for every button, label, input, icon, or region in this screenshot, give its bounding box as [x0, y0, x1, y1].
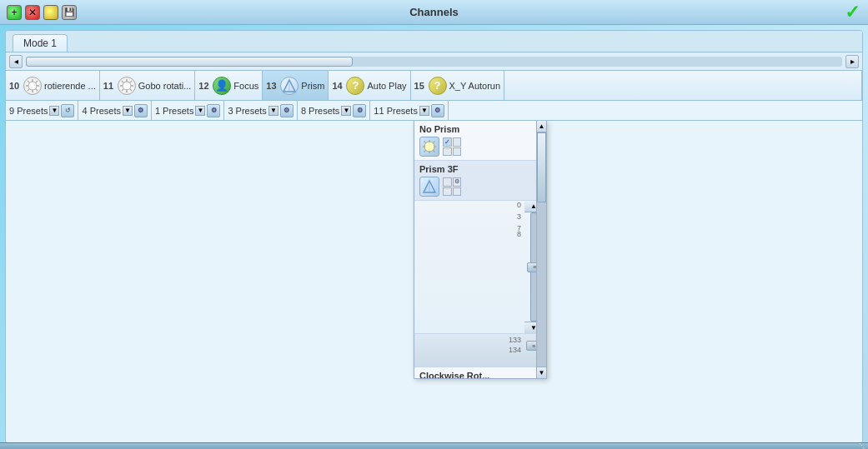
starburst-icon-11 — [118, 77, 136, 95]
svg-line-28 — [424, 150, 426, 152]
channel-label-12: Focus — [233, 81, 258, 91]
popup-item-no-prism[interactable]: No Prism — [414, 121, 546, 161]
preset-label-2: 1 Presets — [155, 106, 193, 116]
title-bar: + ✕ 💾 Channels ✓ — [0, 0, 868, 25]
scale-0: 0 — [517, 201, 521, 209]
preset-label-4: 8 Presets — [301, 106, 339, 116]
preset-settings-5[interactable]: ⚙ — [431, 104, 444, 117]
close-button[interactable]: ✕ — [25, 5, 40, 20]
popup-scrollbar-thumb[interactable] — [537, 132, 546, 202]
horizontal-scrollbar[interactable] — [26, 57, 842, 67]
preset-arrow-4[interactable]: ▼ — [341, 106, 351, 116]
scroll-left-arrow[interactable]: ◂ — [9, 55, 23, 68]
scale-3: 3 — [517, 212, 521, 221]
channel-num-11: 11 — [103, 81, 115, 91]
channel-label-13: Prism — [301, 81, 324, 91]
popup-item-prism3f[interactable]: Prism 3F ⚙ — [414, 161, 546, 201]
preset-settings-4[interactable]: ⚙ — [353, 104, 366, 117]
svg-line-16 — [129, 81, 132, 83]
preset-item-5: 11 Presets ▼ ⚙ — [370, 101, 449, 120]
question-icon-14: ? — [346, 77, 364, 95]
channel-num-10: 10 — [9, 81, 21, 91]
channel-label-14: Auto Play — [367, 81, 406, 91]
popup-scroll-area: No Prism — [414, 121, 546, 378]
scroll-nav: ◂ ▸ — [6, 52, 862, 71]
popup-scroll-down[interactable]: ▼ — [537, 367, 546, 378]
no-prism-icon — [419, 137, 439, 157]
preset-arrow-1[interactable]: ▼ — [123, 106, 133, 116]
preset-item-2: 1 Presets ▼ ⚙ — [152, 101, 224, 120]
channel-label-10: rotierende ... — [44, 81, 96, 91]
scale-133: 133 — [509, 336, 521, 344]
channel-item-10[interactable]: 10 rotierende ... — [6, 71, 100, 100]
popup-item-controls-1: ⚙ — [419, 177, 541, 197]
starburst-icon-10 — [23, 77, 42, 95]
preset-settings-1[interactable]: ⚙ — [134, 104, 148, 117]
window-title: Channels — [409, 6, 459, 18]
popup-selected-area: 133 134 ≡ 70 — [414, 334, 546, 367]
preset-item-4: 8 Presets ▼ ⚙ — [298, 101, 370, 120]
tab-mode1[interactable]: Mode 1 — [13, 34, 68, 52]
prism3f-icon — [419, 177, 439, 197]
preset-item-0: 9 Presets ▼ ↺ — [6, 101, 78, 120]
content-area: No Prism — [6, 121, 862, 443]
minimize-button[interactable] — [43, 5, 58, 20]
svg-line-15 — [129, 88, 132, 91]
preset-settings-2[interactable]: ⚙ — [207, 104, 220, 117]
channel-item-15[interactable]: 15 ? X_Y Autorun — [411, 71, 505, 100]
scale-8: 8 — [517, 230, 521, 238]
popup-scroll-up[interactable]: ▲ — [537, 121, 546, 132]
channel-item-11[interactable]: 11 Gobo rotati... — [100, 71, 196, 100]
channel-num-14: 14 — [332, 81, 344, 91]
main-window: Mode 1 ◂ ▸ 10 — [5, 30, 863, 444]
popup-item-title-no-prism: No Prism — [419, 124, 541, 134]
svg-line-7 — [36, 81, 38, 83]
channel-num-15: 15 — [414, 81, 426, 91]
title-bar-buttons: + ✕ 💾 — [7, 5, 77, 20]
preset-arrow-5[interactable]: ▼ — [419, 106, 429, 116]
channels-row: 10 rotierende ... 11 — [6, 71, 862, 101]
svg-line-6 — [36, 88, 38, 91]
preset-label-5: 11 Presets — [374, 106, 418, 116]
prism3f-grid: ⚙ — [443, 177, 461, 196]
channel-item-14[interactable]: 14 ? Auto Play — [329, 71, 410, 100]
preset-item-3: 3 Presets ▼ ⚙ — [224, 101, 297, 120]
channel-item-13[interactable]: 13 Prism — [263, 71, 329, 100]
preset-settings-3[interactable]: ⚙ — [280, 104, 294, 117]
resize-handle[interactable]: ⋱ — [859, 442, 865, 449]
svg-line-25 — [424, 142, 426, 143]
svg-line-26 — [433, 150, 434, 152]
preset-label-0: 9 Presets — [9, 106, 48, 116]
popup-scrollbar-track — [537, 132, 546, 367]
scroll-right-arrow[interactable]: ▸ — [845, 55, 859, 68]
add-button[interactable]: + — [7, 5, 22, 20]
scale-134: 134 — [509, 346, 521, 354]
popup-item-title-clockwise: Clockwise Rot... — [419, 371, 541, 378]
preset-arrow-3[interactable]: ▼ — [268, 106, 278, 116]
tab-bar: Mode 1 — [6, 31, 862, 52]
preset-arrow-0[interactable]: ▼ — [49, 106, 59, 116]
preset-label-3: 3 Presets — [228, 106, 266, 116]
prism-icon-13 — [280, 77, 299, 95]
confirm-icon[interactable]: ✓ — [845, 2, 860, 23]
svg-line-8 — [28, 88, 30, 91]
preset-refresh-0[interactable]: ↺ — [61, 104, 74, 117]
status-bar: ⋱ — [0, 442, 868, 449]
question-icon-15: ? — [429, 77, 447, 95]
svg-line-14 — [122, 81, 124, 83]
person-icon-12: 👤 — [213, 77, 231, 95]
no-prism-grid: ✓ — [443, 137, 461, 156]
popup-item-clockwise[interactable]: Clockwise Rot... — [414, 367, 546, 378]
svg-point-20 — [424, 142, 434, 152]
popup-item-title-prism3f: Prism 3F — [419, 164, 541, 174]
popup-scrollbar: ▲ ▼ — [536, 121, 546, 378]
prism-popup-panel: No Prism — [414, 121, 547, 379]
scroll-thumb[interactable] — [26, 57, 353, 67]
popup-item-controls-0: ✓ — [419, 137, 541, 157]
preset-arrow-2[interactable]: ▼ — [195, 106, 205, 116]
channel-label-15: X_Y Autorun — [449, 81, 501, 91]
channel-item-overflow — [504, 71, 862, 100]
save-button[interactable]: 💾 — [62, 5, 77, 20]
channel-label-11: Gobo rotati... — [138, 81, 192, 91]
channel-item-12[interactable]: 12 👤 Focus — [195, 71, 263, 100]
